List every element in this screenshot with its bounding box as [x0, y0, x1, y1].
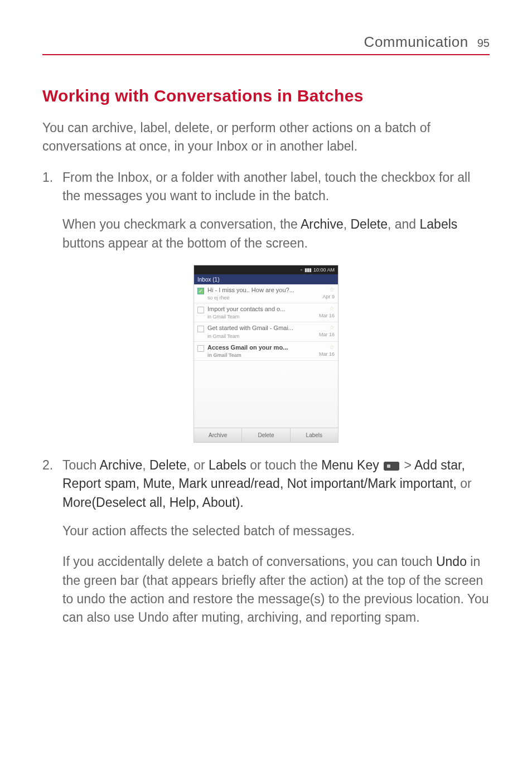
- sep1: ,: [344, 217, 351, 231]
- labels-button[interactable]: Labels: [291, 428, 338, 442]
- step-2-number: 2.: [42, 456, 55, 512]
- mail-main: Access Gmail on your mo... in Gmail Team: [207, 344, 316, 358]
- step-1-number: 1.: [42, 168, 55, 206]
- star-icon[interactable]: ☆: [319, 325, 335, 331]
- step-2: 2. Touch Archive, Delete, or Labels or t…: [42, 456, 490, 512]
- s2-or: or: [457, 476, 472, 491]
- mail-row-0[interactable]: ✓ Hi - I miss you.. How are you?... so e…: [194, 284, 338, 303]
- step-2-sub2: If you accidentally delete a batch of co…: [62, 553, 490, 627]
- step-1-text: From the Inbox, or a folder with another…: [62, 168, 490, 206]
- phone-frame: ▫ ▮▮▮ 10:00 AM Inbox (1) ✓ Hi - I miss y…: [194, 265, 338, 443]
- phone-action-bar: Archive Delete Labels: [194, 428, 338, 442]
- step-1-subtext: When you checkmark a conversation, the A…: [62, 215, 490, 253]
- mail-from: in Gmail Team: [207, 352, 316, 358]
- sep2: , and: [388, 217, 420, 231]
- mail-subject: Access Gmail on your mo...: [207, 344, 316, 351]
- checkbox-icon[interactable]: [197, 345, 204, 352]
- s2b: ,: [142, 458, 149, 472]
- checkbox-icon[interactable]: ✓: [197, 288, 204, 294]
- mail-subject: Hi - I miss you.. How are you?...: [207, 287, 319, 294]
- step1-sub-pre: When you checkmark a conversation, the: [62, 217, 301, 231]
- term-delete: Delete: [350, 217, 387, 231]
- mail-main: Import your contacts and o... in Gmail T…: [207, 306, 316, 319]
- mail-subject: Get started with Gmail - Gmai...: [207, 325, 316, 332]
- s2d: or touch the: [246, 458, 321, 472]
- mail-row-1[interactable]: Import your contacts and o... in Gmail T…: [194, 303, 338, 322]
- mail-from: so ej rhee: [207, 295, 319, 301]
- status-icons: ▫: [301, 267, 302, 273]
- inbox-header: Inbox (1): [194, 274, 338, 284]
- mail-date: Mar 16: [319, 332, 335, 337]
- mail-main: Hi - I miss you.. How are you?... so ej …: [207, 287, 319, 301]
- embedded-screenshot: ▫ ▮▮▮ 10:00 AM Inbox (1) ✓ Hi - I miss y…: [42, 265, 490, 443]
- running-header: Communication 95: [42, 33, 490, 55]
- s2-delete: Delete: [149, 458, 186, 472]
- mail-subject: Import your contacts and o...: [207, 306, 316, 313]
- mail-main: Get started with Gmail - Gmai... in Gmai…: [207, 325, 316, 338]
- s2c: , or: [186, 458, 209, 472]
- checkbox-icon[interactable]: [197, 307, 204, 313]
- mail-from: in Gmail Team: [207, 314, 316, 319]
- star-icon[interactable]: ☆: [322, 287, 335, 293]
- signal-icon: ▮▮▮: [304, 267, 311, 273]
- status-time: 10:00 AM: [313, 267, 335, 273]
- menu-key-icon: [384, 462, 399, 471]
- mail-row-2[interactable]: Get started with Gmail - Gmai... in Gmai…: [194, 322, 338, 341]
- s2-labels: Labels: [209, 458, 246, 472]
- page-number: 95: [477, 37, 490, 50]
- mail-meta: ☆ Mar 16: [319, 325, 335, 337]
- star-icon[interactable]: ☆: [319, 344, 335, 350]
- s2-more: More(Deselect all, Help, About).: [62, 495, 244, 510]
- step-1: 1. From the Inbox, or a folder with anot…: [42, 168, 490, 206]
- star-icon[interactable]: ☆: [319, 306, 335, 312]
- intro-paragraph: You can archive, label, delete, or perfo…: [42, 119, 490, 156]
- mail-date: Mar 16: [319, 313, 335, 318]
- delete-button[interactable]: Delete: [242, 428, 290, 442]
- page-root: Communication 95 Working with Conversati…: [0, 0, 532, 627]
- mail-from: in Gmail Team: [207, 333, 316, 339]
- step-2-sub1: Your action affects the selected batch o…: [62, 522, 490, 540]
- s2a: Touch: [62, 458, 100, 472]
- s2s2a: If you accidentally delete a batch of co…: [62, 554, 436, 569]
- s2e: >: [400, 458, 414, 472]
- step1-sub-post: buttons appear at the bottom of the scre…: [62, 236, 308, 250]
- mail-row-3[interactable]: Access Gmail on your mo... in Gmail Team…: [194, 342, 338, 361]
- term-labels: Labels: [420, 217, 458, 231]
- mail-date: Mar 16: [319, 351, 335, 357]
- step-2-text: Touch Archive, Delete, or Labels or touc…: [62, 456, 490, 512]
- s2-undo: Undo: [436, 554, 467, 569]
- s2-menukey: Menu Key: [321, 458, 379, 472]
- mail-meta: ☆ Mar 16: [319, 306, 335, 318]
- checkbox-icon[interactable]: [197, 326, 204, 332]
- phone-status-bar: ▫ ▮▮▮ 10:00 AM: [194, 265, 338, 274]
- section-heading: Working with Conversations in Batches: [42, 86, 490, 105]
- term-archive: Archive: [301, 217, 344, 231]
- mail-subject-unread: Access Gmail on your mo...: [207, 344, 288, 351]
- s2-archive: Archive: [100, 458, 143, 472]
- mail-meta: ☆ Mar 16: [319, 344, 335, 357]
- archive-button[interactable]: Archive: [194, 428, 242, 442]
- phone-blank-area: [194, 361, 338, 428]
- mail-meta: ☆ Apr 9: [322, 287, 335, 299]
- mail-date: Apr 9: [322, 294, 335, 299]
- chapter-title: Communication: [364, 33, 468, 51]
